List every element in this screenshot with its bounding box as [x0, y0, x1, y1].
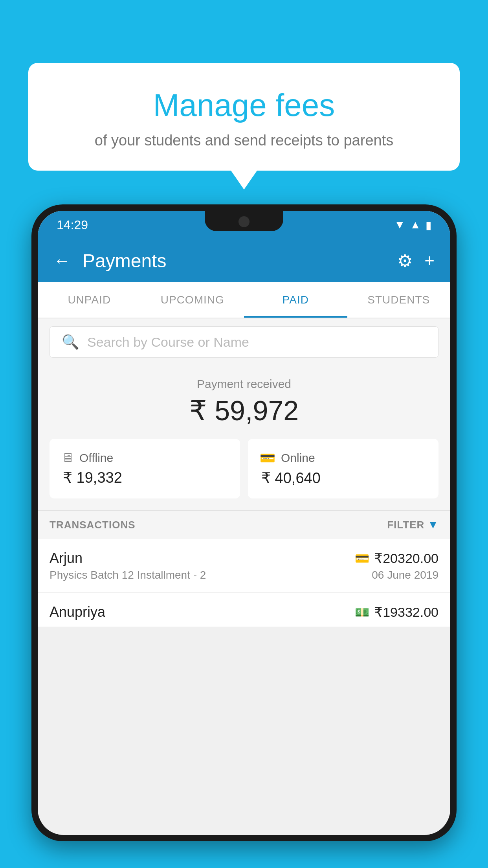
transaction-amount-container-2: 💵 ₹19332.00 — [355, 604, 438, 620]
tab-upcoming[interactable]: UPCOMING — [141, 282, 244, 318]
phone-frame: 14:29 ▼ ▲ ▮ ← Payments ⚙ + UNPAID — [31, 204, 457, 841]
transaction-cash-icon: 💵 — [355, 605, 369, 619]
payment-summary: Payment received ₹ 59,972 — [38, 366, 450, 439]
bubble-subtitle: of your students and send receipts to pa… — [52, 132, 436, 149]
transaction-card-icon: 💳 — [355, 552, 369, 565]
offline-icon: 🖥 — [61, 451, 74, 465]
transaction-amount-container: 💳 ₹20320.00 — [355, 550, 438, 566]
search-placeholder-text: Search by Course or Name — [87, 335, 249, 350]
online-card-header: 💳 Online — [260, 451, 427, 465]
transaction-date: 06 June 2019 — [372, 569, 438, 581]
transaction-amount-2: ₹19332.00 — [374, 604, 438, 620]
phone-container: 14:29 ▼ ▲ ▮ ← Payments ⚙ + UNPAID — [31, 204, 457, 868]
transaction-top-2: Anupriya 💵 ₹19332.00 — [50, 604, 438, 620]
table-row[interactable]: Arjun 💳 ₹20320.00 Physics Batch 12 Insta… — [38, 539, 450, 593]
transaction-name-2: Anupriya — [50, 604, 105, 620]
search-bar[interactable]: 🔍 Search by Course or Name — [50, 326, 438, 358]
filter-container[interactable]: FILTER ▼ — [387, 519, 438, 531]
signal-icon: ▲ — [410, 219, 421, 231]
payment-amount: ₹ 59,972 — [50, 395, 438, 427]
transaction-amount: ₹20320.00 — [374, 550, 438, 566]
status-icons: ▼ ▲ ▮ — [394, 219, 431, 232]
tab-paid[interactable]: PAID — [244, 282, 347, 318]
bubble-title: Manage fees — [52, 86, 436, 124]
payment-received-label: Payment received — [50, 377, 438, 391]
search-container: 🔍 Search by Course or Name — [38, 318, 450, 366]
transaction-course: Physics Batch 12 Installment - 2 — [50, 569, 206, 581]
gear-icon[interactable]: ⚙ — [397, 251, 413, 271]
page-title: Payments — [83, 250, 385, 272]
wifi-icon: ▼ — [394, 219, 405, 231]
payment-cards: 🖥 Offline ₹ 19,332 💳 Online ₹ 40,640 — [38, 439, 450, 510]
battery-icon: ▮ — [426, 219, 431, 232]
online-card: 💳 Online ₹ 40,640 — [248, 439, 438, 498]
offline-card-header: 🖥 Offline — [61, 451, 228, 465]
filter-label: FILTER — [387, 519, 424, 531]
transaction-bottom: Physics Batch 12 Installment - 2 06 June… — [50, 569, 438, 581]
table-row[interactable]: Anupriya 💵 ₹19332.00 — [38, 593, 450, 627]
transactions-header: TRANSACTIONS FILTER ▼ — [38, 510, 450, 539]
tabs-container: UNPAID UPCOMING PAID STUDENTS — [38, 282, 450, 318]
online-icon: 💳 — [260, 451, 275, 465]
online-label: Online — [281, 451, 315, 465]
phone-camera — [238, 216, 250, 227]
search-icon: 🔍 — [62, 334, 79, 350]
offline-card: 🖥 Offline ₹ 19,332 — [50, 439, 240, 498]
tab-students[interactable]: STUDENTS — [347, 282, 451, 318]
speech-bubble: Manage fees of your students and send re… — [28, 63, 460, 171]
filter-icon: ▼ — [427, 519, 438, 531]
status-time: 14:29 — [57, 218, 88, 232]
offline-amount: ₹ 19,332 — [61, 469, 228, 486]
tab-unpaid[interactable]: UNPAID — [38, 282, 141, 318]
back-button[interactable]: ← — [53, 251, 71, 270]
plus-icon[interactable]: + — [424, 251, 435, 270]
header-icons: ⚙ + — [397, 251, 435, 271]
phone-screen: 14:29 ▼ ▲ ▮ ← Payments ⚙ + UNPAID — [38, 211, 450, 835]
transaction-name: Arjun — [50, 550, 83, 566]
online-amount: ₹ 40,640 — [260, 469, 427, 487]
transactions-label: TRANSACTIONS — [50, 519, 136, 531]
app-header: ← Payments ⚙ + — [38, 239, 450, 282]
speech-bubble-container: Manage fees of your students and send re… — [28, 63, 460, 171]
offline-label: Offline — [79, 451, 113, 465]
transaction-top: Arjun 💳 ₹20320.00 — [50, 550, 438, 566]
